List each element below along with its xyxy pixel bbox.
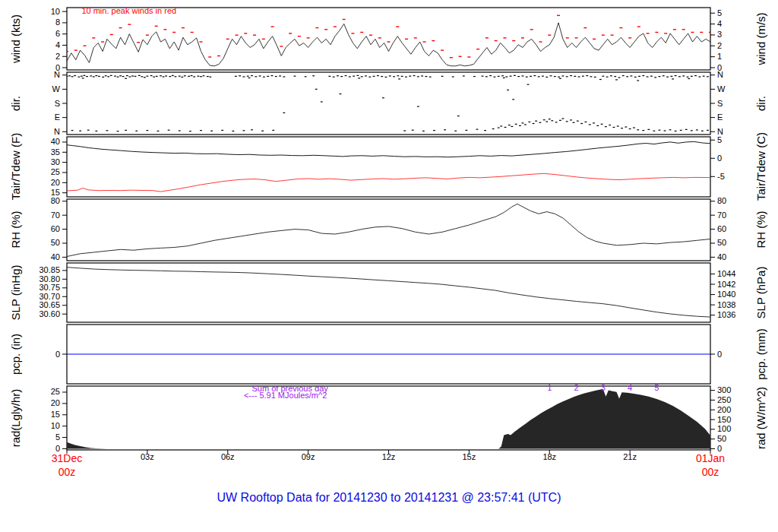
wind-peak-dash xyxy=(74,49,77,50)
dir-left-tick-label: N xyxy=(54,70,60,79)
wind-peak-dash xyxy=(593,39,596,40)
dir-scatter-point xyxy=(457,116,460,116)
temp-air-temperature-trace xyxy=(67,141,710,157)
dir-scatter-point xyxy=(328,76,330,77)
dir-scatter-point xyxy=(337,75,339,76)
dir-scatter-point xyxy=(666,77,669,78)
dir-scatter-point xyxy=(169,76,171,77)
temp-panel-frame xyxy=(67,137,710,197)
rad-right-axis-label: rad (W/m^2) xyxy=(754,353,769,483)
wind-peak-dash xyxy=(262,39,265,40)
dir-scatter-point xyxy=(333,77,335,78)
rad-right-tick-label: 200 xyxy=(717,405,731,414)
wind-peak-dash xyxy=(637,26,640,27)
dir-scatter-point xyxy=(625,126,627,127)
wind-peak-dash xyxy=(485,37,489,38)
dir-scatter-point xyxy=(638,76,640,77)
x-tick-label: 21z xyxy=(623,452,637,461)
dir-scatter-point xyxy=(522,122,524,123)
dir-scatter-point xyxy=(358,78,360,78)
dir-scatter-point xyxy=(146,76,148,77)
dir-scatter-point xyxy=(232,131,234,131)
dir-scatter-point xyxy=(141,76,143,77)
wind-peak-dash xyxy=(155,26,158,27)
dir-scatter-point xyxy=(680,130,682,131)
wind-peak-dash xyxy=(647,33,650,33)
dir-scatter-point xyxy=(150,75,153,76)
dir-scatter-point xyxy=(701,131,704,131)
dir-scatter-point xyxy=(561,118,564,119)
dir-scatter-point xyxy=(259,75,261,76)
wind-left-tick-label: 4 xyxy=(55,40,60,49)
dir-scatter-point xyxy=(81,76,83,77)
dir-scatter-point xyxy=(682,75,685,76)
dir-scatter-point xyxy=(511,126,513,127)
dir-scatter-point xyxy=(207,76,209,77)
wind-peak-dash xyxy=(84,46,87,46)
rad-solar-radiation-area xyxy=(67,389,710,448)
wind-peak-dash xyxy=(414,37,417,38)
wind-peak-dash xyxy=(137,42,140,43)
dir-scatter-point xyxy=(188,76,190,77)
dir-scatter-point xyxy=(422,131,425,131)
rh-right-tick-label: 60 xyxy=(717,224,726,233)
wind-peak-dash xyxy=(315,27,318,28)
dir-scatter-point xyxy=(119,75,122,76)
dir-scatter-point xyxy=(305,76,307,77)
dir-scatter-point xyxy=(510,76,512,77)
dir-scatter-point xyxy=(615,79,618,80)
dir-scatter-point xyxy=(412,130,414,131)
rad-annotation: <--- 5.91 MJoules/m^2 xyxy=(244,391,327,400)
rad-left-tick-label: 15 xyxy=(51,410,60,419)
slp-sea-level-pressure-trace xyxy=(67,268,710,317)
dir-scatter-point xyxy=(321,101,323,102)
dir-scatter-point xyxy=(160,75,162,76)
dir-scatter-point xyxy=(543,119,546,120)
dir-scatter-point xyxy=(441,76,444,77)
dir-scatter-point xyxy=(263,77,265,78)
dir-scatter-point xyxy=(106,130,109,131)
dir-scatter-point xyxy=(691,76,693,77)
dir-scatter-point xyxy=(614,76,616,77)
dir-scatter-point xyxy=(122,76,125,77)
dir-scatter-point xyxy=(533,75,536,76)
x-tick-label: 12z xyxy=(382,452,396,461)
dir-scatter-point xyxy=(637,129,639,130)
wind-peak-dash xyxy=(628,37,631,38)
dir-scatter-point xyxy=(678,76,681,77)
rad-annotation: 3 xyxy=(601,383,606,392)
dir-scatter-point xyxy=(283,76,285,77)
x-tick-label: 06z xyxy=(221,452,235,461)
rh-right-tick-label: 40 xyxy=(717,252,726,261)
dir-scatter-point xyxy=(193,76,195,77)
dir-scatter-point xyxy=(633,127,635,128)
meteogram-chart: 024681001234510 min. peak winds in redNE… xyxy=(0,0,778,532)
dir-left-tick-label: N xyxy=(54,127,60,136)
wind-peak-dash xyxy=(432,40,435,41)
dir-scatter-point xyxy=(482,76,484,77)
dir-scatter-point xyxy=(685,129,688,130)
wind-peak-dash xyxy=(396,26,399,27)
dir-scatter-point xyxy=(261,131,264,131)
dir-right-tick-label: E xyxy=(717,112,723,122)
rh-right-tick-label: 80 xyxy=(717,196,726,205)
dir-scatter-point xyxy=(275,76,277,77)
dir-scatter-point xyxy=(71,76,74,77)
dir-scatter-point xyxy=(512,99,514,100)
wind-left-tick-label: 6 xyxy=(55,29,60,38)
dir-scatter-point xyxy=(74,75,76,76)
dir-scatter-point xyxy=(131,75,134,76)
dir-scatter-point xyxy=(283,112,285,113)
wind-left-tick-label: 8 xyxy=(55,17,60,27)
dir-scatter-point xyxy=(138,75,141,76)
slp-left-tick-label: 30.80 xyxy=(39,274,60,283)
dir-scatter-point xyxy=(526,77,528,78)
dir-scatter-point xyxy=(554,76,556,77)
dir-scatter-point xyxy=(398,78,400,79)
dir-scatter-point xyxy=(492,128,495,129)
wind-peak-dash xyxy=(619,27,622,28)
wind-peak-dash xyxy=(92,37,95,38)
dir-scatter-point xyxy=(389,75,391,76)
dir-scatter-point xyxy=(707,76,709,77)
dir-scatter-point xyxy=(87,130,90,131)
